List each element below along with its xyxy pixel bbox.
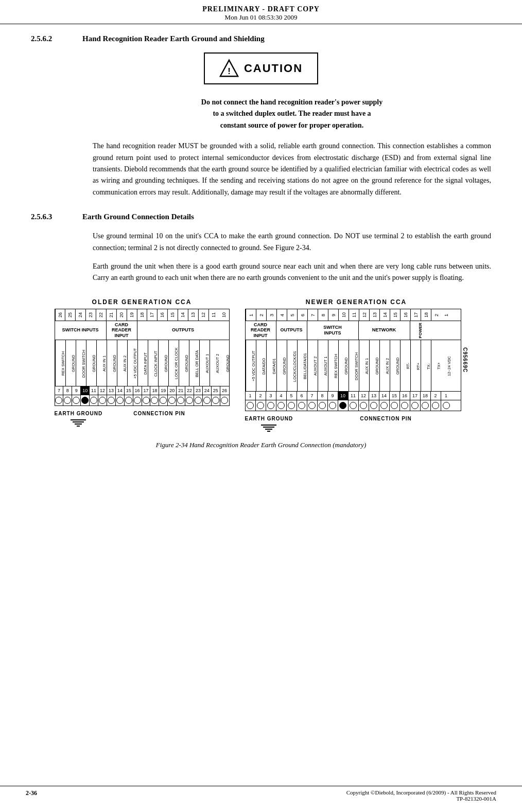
- caution-label: CAUTION: [244, 62, 303, 75]
- newer-cca-inner: 1 2 3 4 5 6 7 8 9 10 11 12 13: [245, 309, 468, 411]
- terminal: [185, 395, 194, 405]
- top-num: 13: [188, 309, 198, 321]
- newer-earth-ground-label: EARTH GROUND: [245, 414, 293, 432]
- terminal: [177, 395, 185, 405]
- newer-cca-table: 1 2 3 4 5 6 7 8 9 10 11 12 13: [245, 309, 461, 411]
- newer-card-reader-header: CARDREADERINPUT: [246, 321, 276, 340]
- caution-triangle-icon: !: [219, 59, 239, 78]
- bottom-num: 23: [194, 386, 203, 395]
- terminal: [212, 395, 220, 405]
- label-ground1: GROUND: [65, 340, 76, 386]
- bottom-num: 13: [107, 386, 116, 395]
- older-header-row: SWITCH INPUTS CARDREADERINPUT OUTPUTS: [55, 321, 229, 340]
- newer-connection-pin-label: CONNECTION PIN: [360, 414, 412, 422]
- terminal: [133, 395, 142, 405]
- terminal: [107, 395, 116, 405]
- section-256-3-heading: 2.5.6.3 Earth Ground Connection Details: [31, 213, 491, 221]
- label-ground3: GROUND: [107, 340, 117, 386]
- newer-label-row: +5 VDC OUTPUT DATA/DO DATA/D1 GROUND LOC…: [246, 340, 461, 392]
- older-card-reader-header: CARDREADERINPUT: [107, 321, 137, 340]
- older-cca-table: 26 25 24 23 22 21 20 19 18 17 16 15 14 1…: [55, 309, 230, 406]
- caution-box: ! CAUTION: [31, 52, 491, 84]
- label-data-input: DATA INPUT: [137, 340, 148, 386]
- terminal: [220, 395, 229, 405]
- header-date: Mon Jun 01 08:53:30 2009: [0, 13, 522, 22]
- terminal-earth-newer: [338, 400, 349, 411]
- top-num: 12: [198, 309, 208, 321]
- bottom-num: 21: [177, 386, 185, 395]
- label-rex-switch: REX SWITCH: [55, 340, 65, 386]
- newer-cca-label: NEWER GENERATION CCA: [306, 298, 407, 306]
- top-num: 18: [137, 309, 147, 321]
- footer-copyright: Copyright ©Diebold, Incorporated (6/2009…: [346, 789, 496, 802]
- section-title-2562: Hand Recognition Reader Earth Ground and…: [82, 34, 265, 43]
- newer-top-nums: 1 2 3 4 5 6 7 8 9 10 11 12 13: [246, 309, 461, 321]
- terminal: [63, 395, 72, 405]
- section-number-2563: 2.5.6.3: [31, 213, 82, 221]
- label-bell-data: BELL OR DATA: [189, 340, 199, 386]
- newer-terminals: [246, 400, 461, 411]
- bottom-num: 14: [116, 386, 125, 395]
- older-cca-block: OLDER GENERATION CCA 26 25 24 23 22 21 2…: [55, 298, 230, 427]
- newer-earth-row: EARTH GROUND CONNECTION PIN: [245, 414, 468, 432]
- top-num: 22: [96, 309, 106, 321]
- label-lock-clock: LOCK OR CLOCK: [168, 340, 179, 386]
- bottom-num: 17: [142, 386, 151, 395]
- page-content: 2.5.6.2 Hand Recognition Reader Earth Gr…: [0, 24, 522, 468]
- top-num: 25: [65, 309, 75, 321]
- label-ground2: GROUND: [86, 340, 96, 386]
- bottom-num: 20: [168, 386, 177, 395]
- newer-cca-block: NEWER GENERATION CCA 1 2 3 4 5 6 7 8: [245, 298, 468, 432]
- label-ground6: GROUND: [220, 340, 230, 386]
- older-switch-inputs-header: SWITCH INPUTS: [55, 321, 107, 340]
- top-num: 16: [157, 309, 167, 321]
- section-2562-body: The hand recognition reader MUST be grou…: [93, 140, 491, 198]
- label-clock-input: CLOCK INPUT: [148, 340, 158, 386]
- top-num: 14: [178, 309, 188, 321]
- top-num: 11: [208, 309, 219, 321]
- page-number: 2-36: [26, 789, 37, 802]
- bottom-num: 10: [81, 386, 90, 395]
- terminal-earth: [81, 395, 90, 405]
- bottom-num: 9: [72, 386, 81, 395]
- older-bottom-nums: 7 8 9 10 11 12 13 14 15 16 17 18 19 20: [55, 386, 229, 395]
- bottom-num: 19: [159, 386, 168, 395]
- caution-warning-text: Do not connect the hand recognition read…: [93, 97, 491, 131]
- top-num: 20: [116, 309, 127, 321]
- terminal: [98, 395, 107, 405]
- older-label-row: REX SWITCH GROUND DOOR SWITCH GROUND AUX…: [55, 340, 229, 386]
- figure-caption: Figure 2-34 Hand Recognition Reader Eart…: [156, 441, 366, 449]
- top-num: 19: [127, 309, 137, 321]
- bottom-num: 15: [125, 386, 133, 395]
- older-earth-row: EARTH GROUND CONNECTION PIN: [55, 409, 230, 427]
- newer-outputs-header: OUTPUTS: [276, 321, 307, 340]
- newer-earth-symbol: [245, 425, 293, 432]
- bottom-num: 8: [63, 386, 72, 395]
- terminal: [159, 395, 168, 405]
- bottom-num: 25: [212, 386, 220, 395]
- label-aux-in1: AUX IN 1: [96, 340, 107, 386]
- cca-diagrams: OLDER GENERATION CCA 26 25 24 23 22 21 2…: [31, 298, 491, 432]
- figure-area: OLDER GENERATION CCA 26 25 24 23 22 21 2…: [31, 298, 491, 449]
- top-num: 23: [85, 309, 96, 321]
- section-2563-para2: Earth ground the unit when there is a go…: [93, 261, 491, 284]
- bottom-num: 11: [90, 386, 98, 395]
- c95669c-label: C95669C: [462, 347, 468, 373]
- bottom-num: 7: [55, 386, 64, 395]
- older-earth-ground-label: EARTH GROUND: [55, 409, 103, 427]
- bottom-num: 16: [133, 386, 142, 395]
- section-title-2563: Earth Ground Connection Details: [82, 213, 194, 221]
- terminal: [142, 395, 151, 405]
- older-connection-pin-label: CONNECTION PIN: [133, 409, 185, 417]
- svg-text:!: !: [228, 66, 231, 76]
- top-num: 15: [167, 309, 178, 321]
- terminal: [203, 395, 212, 405]
- label-aux-in2: AUX IN 2: [117, 340, 127, 386]
- terminal: [150, 395, 159, 405]
- terminal: [72, 395, 81, 405]
- label-5vdc: +5 VDC OUTPUT: [127, 340, 137, 386]
- label-door-switch: DOOR SWITCH: [76, 340, 86, 386]
- older-top-nums: 26 25 24 23 22 21 20 19 18 17 16 15 14 1…: [55, 309, 229, 321]
- bottom-num: 12: [98, 386, 107, 395]
- terminal: [168, 395, 177, 405]
